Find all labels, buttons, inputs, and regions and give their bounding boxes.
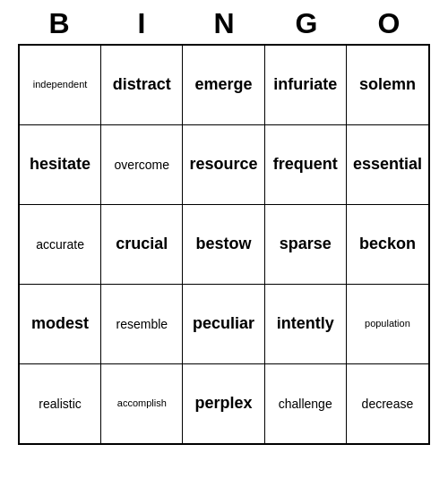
bingo-title-row: BINGO <box>18 0 430 44</box>
cell-text: intently <box>277 314 334 334</box>
list-item: intently <box>265 285 347 363</box>
table-row: realisticaccomplishperplexchallengedecre… <box>20 364 428 443</box>
list-item: decrease <box>347 364 428 443</box>
cell-text: challenge <box>279 397 332 412</box>
list-item: bestow <box>183 205 264 284</box>
list-item: hesitate <box>20 125 101 204</box>
table-row: modestresemblepeculiarintentlypopulation <box>20 285 428 364</box>
cell-text: resource <box>189 155 257 175</box>
list-item: realistic <box>20 364 101 443</box>
cell-text: overcome <box>115 158 169 173</box>
bingo-letter: O <box>349 7 428 40</box>
cell-text: bestow <box>196 235 252 254</box>
list-item: peculiar <box>183 285 264 363</box>
cell-text: peculiar <box>193 314 254 334</box>
list-item: frequent <box>265 125 347 204</box>
cell-text: distract <box>113 75 171 95</box>
list-item: essential <box>347 125 428 204</box>
cell-text: emerge <box>194 75 252 95</box>
cell-text: modest <box>31 314 89 334</box>
list-item: independent <box>20 46 101 124</box>
cell-text: solemn <box>359 75 416 95</box>
list-item: resemble <box>101 285 183 363</box>
list-item: challenge <box>265 364 347 443</box>
cell-text: infuriate <box>273 75 337 95</box>
cell-text: realistic <box>39 397 81 412</box>
cell-text: crucial <box>116 235 168 254</box>
cell-text: accurate <box>36 237 84 252</box>
list-item: accomplish <box>101 364 183 443</box>
list-item: accurate <box>20 205 101 284</box>
cell-text: perplex <box>194 394 252 414</box>
cell-text: essential <box>353 155 422 175</box>
list-item: modest <box>20 285 101 363</box>
cell-text: resemble <box>116 317 168 332</box>
list-item: crucial <box>101 205 183 284</box>
list-item: infuriate <box>265 46 347 124</box>
cell-text: beckon <box>359 235 416 254</box>
bingo-letter: B <box>20 7 99 40</box>
cell-text: independent <box>33 79 88 90</box>
list-item: beckon <box>347 205 428 284</box>
cell-text: sparse <box>280 235 332 254</box>
cell-text: population <box>365 318 410 329</box>
list-item: emerge <box>183 46 264 124</box>
bingo-letter: I <box>102 7 181 40</box>
list-item: sparse <box>265 205 347 284</box>
list-item: overcome <box>101 125 183 204</box>
list-item: solemn <box>347 46 428 124</box>
cell-text: frequent <box>273 155 338 175</box>
cell-text: decrease <box>362 397 414 412</box>
list-item: resource <box>183 125 264 204</box>
bingo-letter: N <box>185 7 263 40</box>
cell-text: hesitate <box>30 155 90 175</box>
list-item: distract <box>101 46 183 124</box>
table-row: accuratecrucialbestowsparsebeckon <box>20 205 428 285</box>
list-item: perplex <box>183 364 264 443</box>
table-row: independentdistractemergeinfuriatesolemn <box>20 46 428 125</box>
bingo-grid: independentdistractemergeinfuriatesolemn… <box>18 44 430 445</box>
table-row: hesitateovercomeresourcefrequentessentia… <box>20 125 428 205</box>
cell-text: accomplish <box>117 397 167 409</box>
bingo-letter: G <box>267 7 346 40</box>
list-item: population <box>347 285 428 363</box>
